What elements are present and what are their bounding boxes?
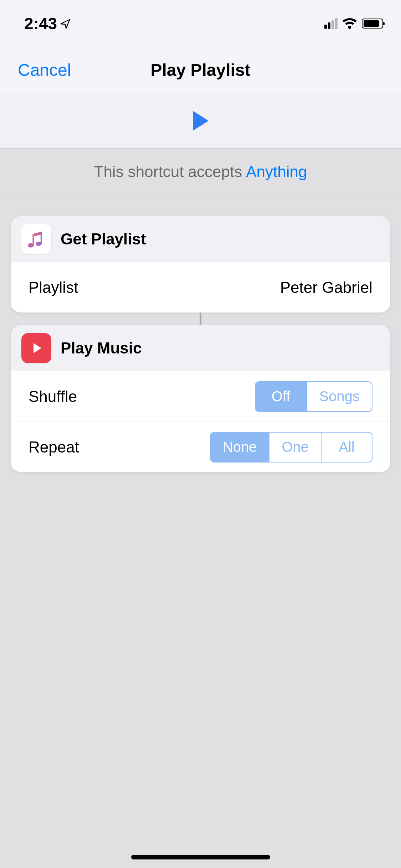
action-title: Play Music: [61, 339, 142, 357]
navigation-bar: Cancel Play Playlist: [0, 47, 401, 93]
shuffle-label: Shuffle: [29, 388, 77, 405]
repeat-none-segment[interactable]: None: [211, 433, 269, 462]
action-get-playlist[interactable]: Get Playlist Playlist Peter Gabriel: [11, 216, 390, 312]
shuffle-row: Shuffle Off Songs: [11, 371, 390, 422]
accepts-prefix: This shortcut accepts: [94, 163, 242, 181]
page-title: Play Playlist: [150, 60, 250, 80]
status-time: 2:43: [24, 14, 71, 33]
status-right: [324, 18, 383, 29]
shuffle-off-segment[interactable]: Off: [256, 382, 307, 411]
cellular-signal-icon: [324, 18, 338, 29]
action-connector: [11, 312, 390, 325]
action-play-music[interactable]: Play Music Shuffle Off Songs Repeat None…: [11, 325, 390, 472]
repeat-all-segment[interactable]: All: [321, 433, 372, 462]
run-shortcut-button[interactable]: [193, 111, 209, 131]
status-bar: 2:43: [0, 0, 401, 47]
shuffle-segmented-control: Off Songs: [255, 381, 372, 412]
action-header: Play Music: [11, 325, 390, 371]
shuffle-songs-segment[interactable]: Songs: [307, 382, 372, 411]
run-shortcut-row: [0, 93, 401, 149]
play-icon: [34, 343, 41, 353]
repeat-segmented-control: None One All: [210, 432, 372, 463]
play-music-app-icon: [21, 333, 51, 363]
repeat-row: Repeat None One All: [11, 422, 390, 472]
home-indicator[interactable]: [131, 855, 270, 859]
repeat-label: Repeat: [29, 438, 79, 456]
time-text: 2:43: [24, 14, 57, 33]
music-app-icon: [21, 224, 51, 254]
accepts-row: This shortcut accepts Anything: [0, 149, 401, 195]
play-icon: [193, 111, 209, 131]
action-header: Get Playlist: [11, 216, 390, 262]
playlist-value: Peter Gabriel: [280, 279, 372, 296]
wifi-icon: [343, 18, 357, 29]
playlist-row[interactable]: Playlist Peter Gabriel: [11, 262, 390, 312]
action-title: Get Playlist: [61, 230, 146, 248]
cancel-button[interactable]: Cancel: [18, 60, 71, 80]
repeat-one-segment[interactable]: One: [269, 433, 321, 462]
battery-icon: [362, 19, 383, 29]
location-icon: [60, 14, 71, 33]
accepts-type-button[interactable]: Anything: [246, 163, 307, 181]
music-note-icon: [27, 230, 45, 248]
playlist-label: Playlist: [29, 279, 78, 296]
workflow-content: Get Playlist Playlist Peter Gabriel Play…: [0, 195, 401, 472]
